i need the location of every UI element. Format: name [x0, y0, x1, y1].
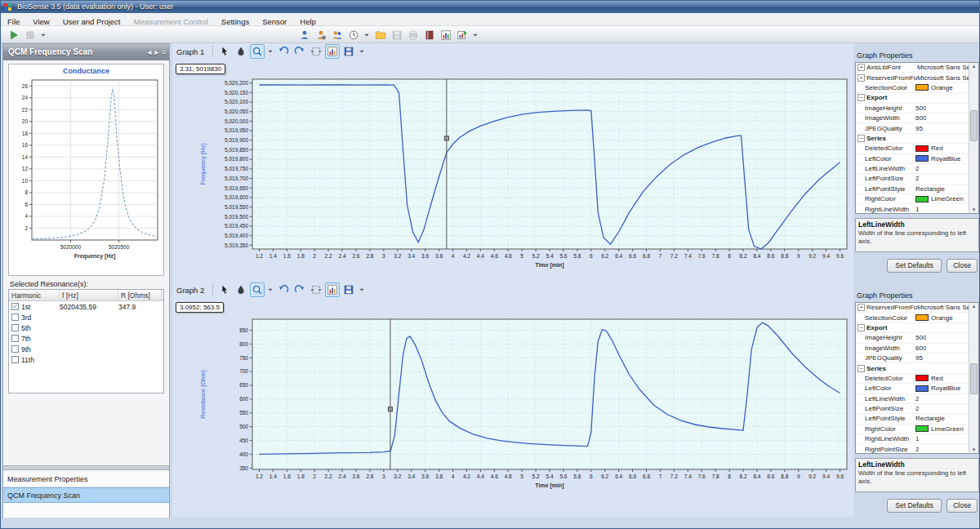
print-icon[interactable]	[406, 28, 421, 42]
property-row-rightlinewidth[interactable]: RightLineWidth1	[856, 204, 978, 214]
resonance-row-11th[interactable]: 11th	[9, 354, 163, 365]
redo-icon[interactable]	[292, 44, 307, 59]
save-icon[interactable]	[390, 28, 404, 42]
scroll-down-icon[interactable]: ▼	[969, 447, 978, 452]
dropdown-icon[interactable]	[363, 28, 371, 42]
expand-icon[interactable]: +	[858, 74, 865, 82]
property-row-leftlinewidth[interactable]: LeftLineWidth2	[856, 394, 978, 404]
property-row-jpegquality[interactable]: JPEGQuality95	[856, 123, 978, 133]
harmonic-checkbox[interactable]	[11, 335, 19, 342]
dropdown-icon[interactable]	[266, 44, 274, 59]
user-icon[interactable]	[297, 28, 312, 42]
property-row-deletedcolor[interactable]: DeletedColorRed	[856, 374, 978, 384]
resonance-row-1st[interactable]: ✓1st5020435.59347.9	[9, 301, 163, 312]
close-button[interactable]: Close	[947, 499, 978, 513]
export-chart-icon[interactable]	[455, 28, 470, 42]
property-grid[interactable]: +AxisLblFontMicrosoft Sans Ser+ReservedF…	[855, 62, 979, 214]
collapse-icon[interactable]: −	[858, 365, 865, 372]
collapse-icon[interactable]: −	[858, 94, 865, 101]
title-bar[interactable]: BioSense 3.5 (data evaluation only) - Us…	[1, 1, 980, 13]
scrollbar-thumb[interactable]	[970, 110, 978, 141]
property-row-export[interactable]: −Export	[856, 93, 978, 103]
scrollbar-thumb[interactable]	[970, 363, 978, 394]
expand-icon[interactable]: +	[858, 64, 865, 71]
panel-splitter[interactable]	[3, 465, 169, 470]
resonance-row-3rd[interactable]: 3rd	[9, 312, 163, 322]
clock-icon[interactable]	[346, 28, 361, 42]
expand-icon[interactable]: +	[858, 304, 865, 311]
zoom-icon[interactable]	[250, 44, 265, 59]
property-row-rightcolor[interactable]: RightColorLimeGreen	[856, 425, 978, 434]
property-row-rightlinewidth[interactable]: RightLineWidth1	[856, 434, 978, 444]
harmonic-checkbox[interactable]	[11, 356, 19, 363]
set-defaults-button[interactable]: Set Defaults	[887, 259, 942, 273]
property-row-rightcolor[interactable]: RightColorLimeGreen	[856, 194, 978, 204]
property-row-deletedcolor[interactable]: DeletedColorRed	[856, 144, 978, 153]
users-icon[interactable]	[330, 28, 345, 42]
property-row-imageheight[interactable]: ImageHeight500	[856, 104, 978, 113]
property-row-leftpointstyle[interactable]: LeftPointStyleRectangle	[856, 184, 978, 194]
pan-icon[interactable]	[234, 282, 248, 297]
harmonic-checkbox[interactable]	[11, 345, 19, 353]
stop-icon[interactable]	[23, 28, 38, 42]
play-icon[interactable]	[7, 28, 21, 42]
property-row-imagewidth[interactable]: ImageWidth600	[856, 113, 978, 123]
scroll-up-icon[interactable]: ▲	[969, 304, 978, 309]
collapse-icon[interactable]: −	[858, 324, 865, 331]
scroll-down-icon[interactable]: ▼	[969, 207, 978, 212]
property-row-selectioncolor[interactable]: SelectionColorOrange	[856, 83, 978, 93]
pointer-icon[interactable]	[217, 44, 232, 59]
chart-icon[interactable]	[439, 28, 453, 42]
property-row-leftpointsize[interactable]: LeftPointSize2	[856, 404, 978, 414]
property-grid[interactable]: +ReservedFromFoMicrosoft Sans SerSelecti…	[855, 302, 979, 454]
redo-icon[interactable]	[292, 282, 307, 297]
property-row-leftcolor[interactable]: LeftColorRoyalBlue	[856, 154, 978, 164]
scrollbar[interactable]: ▲▼	[969, 63, 978, 213]
set-defaults-button[interactable]: Set Defaults	[887, 499, 942, 513]
chevron-left-icon[interactable]: ◂	[148, 48, 152, 56]
property-row-export[interactable]: −Export	[856, 323, 978, 333]
undo-icon[interactable]	[276, 282, 291, 297]
collapse-icon[interactable]: −	[858, 135, 865, 142]
resonance-row-7th[interactable]: 7th	[9, 333, 163, 344]
scrollbar[interactable]: ▲▼	[969, 303, 978, 453]
property-row-reservedfromfo[interactable]: +ReservedFromFoMicrosoft Sans Ser	[856, 73, 978, 82]
undo-icon[interactable]	[276, 44, 291, 59]
property-row-leftcolor[interactable]: LeftColorRoyalBlue	[856, 384, 978, 393]
pan-icon[interactable]	[234, 44, 248, 59]
dropdown-icon[interactable]	[471, 28, 479, 42]
property-row-series[interactable]: −Series	[856, 134, 978, 144]
property-row-jpegquality[interactable]: JPEGQuality95	[856, 353, 978, 363]
property-row-imagewidth[interactable]: ImageWidth600	[856, 344, 978, 353]
user-settings-icon[interactable]	[314, 28, 328, 42]
harmonic-checkbox[interactable]: ✓	[11, 303, 19, 310]
property-row-rightpointsize[interactable]: RightPointSize2	[856, 444, 978, 454]
panel-header[interactable]: QCM Frequency Scan ◂▸≡	[3, 44, 169, 60]
property-row-leftlinewidth[interactable]: LeftLineWidth2	[856, 164, 978, 174]
zoom-extents-icon[interactable]	[309, 44, 323, 59]
panel-selector-qcm-frequency-scan[interactable]: QCM Frequency Scan	[3, 487, 169, 503]
property-row-series[interactable]: −Series	[856, 363, 978, 373]
resistance-chart[interactable]: 3504004505005506006507007508008501.21.41…	[174, 313, 852, 510]
resonance-row-9th[interactable]: 9th	[9, 344, 163, 354]
panel-selector-measurement-properties[interactable]: Measurement Properties	[3, 472, 169, 487]
property-row-imageheight[interactable]: ImageHeight500	[856, 333, 978, 343]
property-row-leftpointsize[interactable]: LeftPointSize2	[856, 174, 978, 184]
chart-settings-icon[interactable]	[325, 44, 340, 59]
dropdown-icon[interactable]	[39, 28, 47, 42]
notebook-icon[interactable]	[422, 28, 437, 42]
zoom-extents-icon[interactable]	[309, 282, 323, 297]
dropdown-icon[interactable]	[358, 44, 366, 59]
floppy-icon[interactable]	[341, 44, 356, 59]
dropdown-icon[interactable]	[358, 282, 366, 297]
close-button[interactable]: Close	[947, 259, 978, 273]
menu-icon[interactable]: ≡	[162, 48, 166, 56]
property-row-axislblfont[interactable]: +AxisLblFontMicrosoft Sans Ser	[856, 63, 978, 73]
resonance-row-5th[interactable]: 5th	[9, 322, 163, 333]
property-row-leftpointstyle[interactable]: LeftPointStyleRectangle	[856, 414, 978, 424]
dropdown-icon[interactable]	[266, 282, 274, 297]
scroll-up-icon[interactable]: ▲	[969, 64, 978, 69]
pointer-icon[interactable]	[217, 282, 232, 297]
chart-settings-icon[interactable]	[325, 282, 340, 297]
folder-icon[interactable]	[373, 28, 388, 42]
